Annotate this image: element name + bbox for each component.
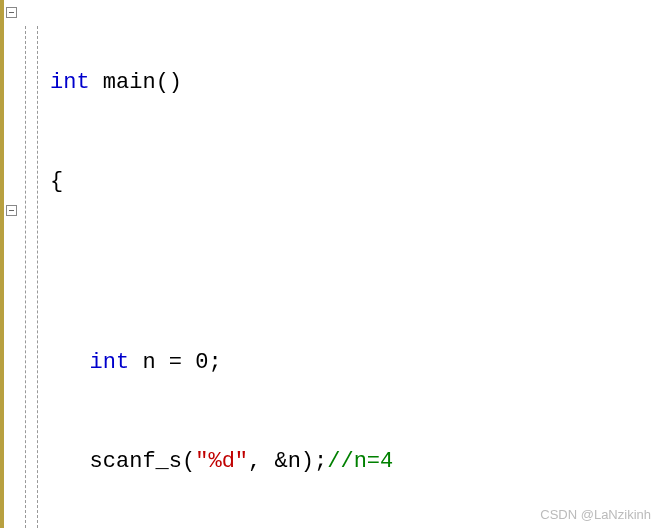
fold-gutter: [0, 0, 44, 528]
keyword: int: [50, 70, 90, 95]
code-text: , &n);: [248, 449, 327, 474]
code-text: [50, 449, 90, 474]
code-content[interactable]: int main() { int n = 0; scanf_s("%d", &n…: [44, 0, 659, 528]
function-name: scanf_s: [90, 449, 182, 474]
brace: {: [50, 169, 63, 194]
code-line: scanf_s("%d", &n);//n=4: [50, 445, 659, 478]
code-text: [50, 350, 90, 375]
indent-guide: [37, 26, 38, 528]
code-line: {: [50, 165, 659, 198]
code-text: n = 0;: [129, 350, 221, 375]
code-editor: int main() { int n = 0; scanf_s("%d", &n…: [0, 0, 659, 528]
fold-toggle-icon[interactable]: [6, 205, 17, 216]
string-literal: "%d": [195, 449, 248, 474]
watermark: CSDN @LaNzikinh: [540, 507, 651, 522]
code-line: int n = 0;: [50, 346, 659, 379]
comment: //n=4: [327, 449, 393, 474]
code-line: int main(): [50, 66, 659, 99]
code-text: (: [182, 449, 195, 474]
code-line: [50, 264, 659, 280]
code-text: (): [156, 70, 182, 95]
keyword: int: [90, 350, 130, 375]
function-name: main: [90, 70, 156, 95]
fold-toggle-icon[interactable]: [6, 7, 17, 18]
indent-guide: [25, 26, 26, 528]
